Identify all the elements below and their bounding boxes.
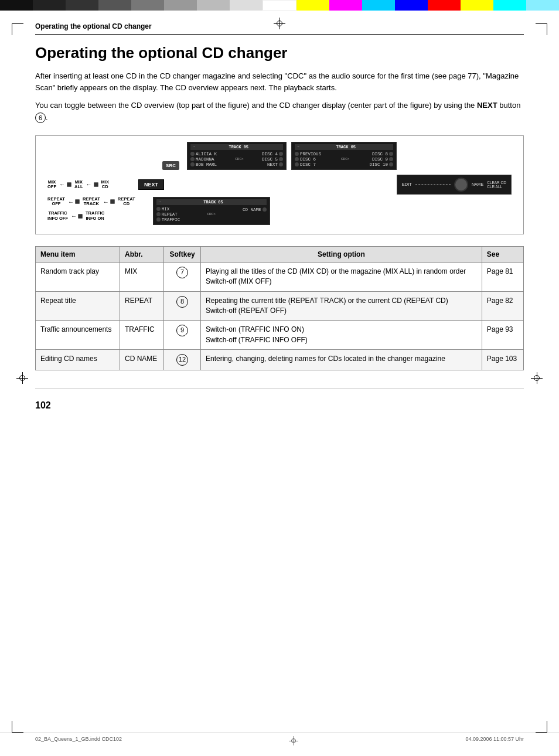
see-cell: Page 81 — [482, 262, 523, 291]
traffic-info-off-control: TRAFFIC INFO OFF — [47, 211, 68, 221]
clr-all-label: CLR ALL — [487, 185, 506, 189]
bottom-bar: 02_BA_Queens_1_GB.indd CDC102 04.09.2006… — [0, 733, 559, 745]
softkey-cell: 12 — [164, 350, 201, 370]
footer-rule — [35, 388, 524, 389]
setting-option-cell: Playing all the titles of the CD (MIX CD… — [201, 262, 482, 291]
color-seg-17 — [526, 0, 559, 11]
corner-mark-bl — [12, 721, 23, 733]
color-seg-10 — [296, 0, 329, 11]
next-button[interactable]: NEXT — [138, 179, 164, 190]
lcd-panel-top-left: → TRACK 05 ALICIA K MADONNA — [187, 142, 287, 170]
col-header-setting: Setting option — [201, 246, 482, 262]
see-cell: Page 93 — [482, 321, 523, 350]
dashed-separator — [415, 184, 451, 185]
color-seg-1 — [0, 0, 33, 11]
mix-cd-control: MIX CD — [101, 180, 109, 190]
color-seg-5 — [131, 0, 164, 11]
header-section: Operating the optional CD changer — [35, 22, 524, 35]
setting-option-cell: Repeating the current title (REPEAT TRAC… — [201, 291, 482, 321]
table-row: Editing CD names CD NAME 12 Entering, ch… — [36, 350, 524, 370]
menu-item-cell: Random track play — [36, 262, 120, 291]
abbr-cell: TRAFFIC — [120, 321, 163, 350]
col-header-abbr: Abbr. — [120, 246, 163, 262]
repeat-off-dot[interactable] — [75, 199, 80, 204]
src-button[interactable]: SRC — [162, 161, 179, 170]
mix-all-dot[interactable] — [94, 182, 98, 187]
abbr-cell: MIX — [120, 262, 163, 291]
color-seg-7 — [197, 0, 230, 11]
intro-paragraph-1: After inserting at least one CD in the C… — [35, 70, 524, 94]
bottom-bar-right: 04.09.2006 11:00:57 Uhr — [465, 736, 524, 745]
col-header-menu-item: Menu item — [36, 246, 120, 262]
color-seg-13 — [395, 0, 428, 11]
softkey-cell: 9 — [164, 321, 201, 350]
color-seg-11 — [329, 0, 362, 11]
color-seg-15 — [461, 0, 493, 11]
traffic-info-off-dot[interactable] — [78, 214, 83, 219]
lcd-panel-top-right: → TRACK 05 PREVIOUS DISC 6 — [291, 142, 397, 170]
traffic-info-on-control: TRAFFIC INFO ON — [86, 211, 104, 221]
diagram-container: SRC → TRACK 05 ALICIA K — [35, 135, 524, 234]
page-footer: 102 — [35, 388, 524, 411]
repeat-track-dot[interactable] — [110, 199, 115, 204]
setting-option-cell: Switch-on (TRAFFIC INFO ON) Switch-off (… — [201, 321, 482, 350]
color-seg-16 — [493, 0, 526, 11]
setting-option-cell: Entering, changing, deleting names for C… — [201, 350, 482, 370]
mix-off-dot[interactable] — [67, 182, 71, 187]
menu-item-cell: Traffic announce­ments — [36, 321, 120, 350]
col-header-see: See — [482, 246, 523, 262]
softkey-12: 12 — [176, 354, 188, 366]
intro-paragraph-2: You can toggle between the CD overview (… — [35, 100, 524, 123]
edit-panel: EDIT NAME CLEAR CD CLR ALL — [397, 175, 512, 195]
table-row: Traffic announce­ments TRAFFIC 9 Switch-… — [36, 321, 524, 350]
softkey-cell: 8 — [164, 291, 201, 321]
softkey-8: 8 — [176, 296, 188, 308]
color-bar — [0, 0, 559, 11]
color-seg-9 — [263, 0, 296, 11]
edit-knob[interactable] — [454, 178, 468, 192]
table-row: Repeat title REPEAT 8 Repeating the curr… — [36, 291, 524, 321]
bottom-bar-left: 02_BA_Queens_1_GB.indd CDC102 — [35, 736, 122, 745]
mix-all-control: MIX ALL — [74, 180, 83, 190]
menu-item-cell: Editing CD names — [36, 350, 120, 370]
see-cell: Page 103 — [482, 350, 523, 370]
color-seg-4 — [98, 0, 131, 11]
softkey-9: 9 — [176, 325, 188, 336]
menu-item-cell: Repeat title — [36, 291, 120, 321]
mix-off-control: MIX OFF — [47, 180, 56, 190]
abbr-cell: REPEAT — [120, 291, 163, 321]
edit-label: EDIT — [402, 182, 412, 187]
diagram-middle-row: MIX OFF ← MIX ALL ← — [42, 173, 517, 196]
page-title: Operating the optional CD changer — [35, 44, 524, 62]
diagram-bottom-row: REPEAT OFF ← REPEAT TRACK — [42, 196, 517, 228]
repeat-off-control: REPEAT OFF — [47, 197, 65, 207]
lcd-panel-bottom: → TRACK 05 MIX REPEAT — [153, 197, 270, 225]
color-seg-2 — [33, 0, 66, 11]
corner-mark-br — [536, 721, 547, 733]
color-seg-12 — [362, 0, 395, 11]
color-seg-8 — [230, 0, 263, 11]
softkey-cell: 7 — [164, 262, 201, 291]
settings-table: Menu item Abbr. Softkey Setting option S… — [35, 246, 524, 370]
bottom-crosshair — [289, 736, 298, 745]
color-seg-14 — [428, 0, 461, 11]
name-label: NAME — [472, 182, 483, 186]
see-cell: Page 82 — [482, 291, 523, 321]
table-row: Random track play MIX 7 Playing all the … — [36, 262, 524, 291]
col-header-softkey: Softkey — [164, 246, 201, 262]
repeat-cd-control: REPEAT CD — [118, 197, 135, 207]
header-title: Operating the optional CD changer — [35, 22, 524, 30]
clear-cd-label: CLEAR CD — [487, 181, 506, 185]
header-rule — [35, 34, 524, 35]
softkey-7: 7 — [176, 267, 188, 278]
repeat-track-control: REPEAT TRACK — [83, 197, 100, 207]
page-number: 102 — [35, 400, 51, 411]
diagram-top-panels: SRC → TRACK 05 ALICIA K — [42, 142, 517, 170]
abbr-cell: CD NAME — [120, 350, 163, 370]
color-seg-3 — [66, 0, 98, 11]
color-seg-6 — [164, 0, 197, 11]
